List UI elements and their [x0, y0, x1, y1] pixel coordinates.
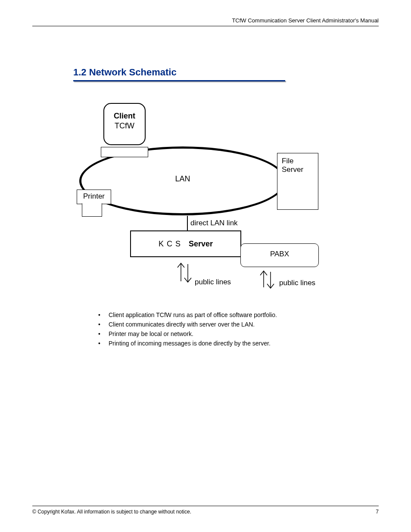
fileserver-box: File Server [277, 153, 318, 210]
list-item: Client communicates directly with server… [86, 320, 366, 329]
bullet-list: Client application TCfW runs as part of … [86, 310, 366, 348]
direct-lan-link-label: direct LAN link [190, 219, 238, 227]
client-base [101, 147, 148, 157]
list-item: Client application TCfW runs as part of … [86, 310, 366, 320]
network-diagram: LAN Client TCfW Printer File Server dire… [73, 93, 325, 304]
client-box: Client TCfW [103, 103, 146, 145]
client-line1: Client [104, 112, 145, 121]
kcs-label-2: Server [189, 240, 213, 248]
header-rule [32, 26, 379, 26]
client-line2: TCfW [104, 121, 145, 131]
kcs-server-box: K C S Server [130, 230, 241, 257]
printer-box: Printer [77, 190, 111, 204]
footer-page-number: 7 [376, 509, 379, 515]
pabx-box: PABX [240, 243, 319, 267]
kcs-arrows-icon [176, 260, 193, 286]
fileserver-line1: File [282, 157, 314, 165]
kcs-public-lines-label: public lines [195, 278, 231, 286]
footer-rule [32, 506, 379, 506]
pabx-arrows-icon [258, 269, 276, 295]
footer-copyright: © Copyright Kofax. All information is su… [32, 509, 191, 515]
section-underline [73, 80, 285, 81]
header-text: TCfW Communication Server Client Adminis… [232, 17, 379, 24]
section-title: 1.2 Network Schematic [73, 67, 177, 78]
kcs-label-1: K C S [159, 240, 181, 248]
direct-lan-link-line [187, 216, 188, 231]
list-item: Printer may be local or network. [86, 329, 366, 339]
lan-label: LAN [114, 174, 252, 184]
printer-base [82, 203, 102, 217]
list-item: Printing of incoming messages is done di… [86, 339, 366, 348]
pabx-public-lines-label: public lines [279, 279, 315, 287]
fileserver-line2: Server [282, 165, 314, 174]
